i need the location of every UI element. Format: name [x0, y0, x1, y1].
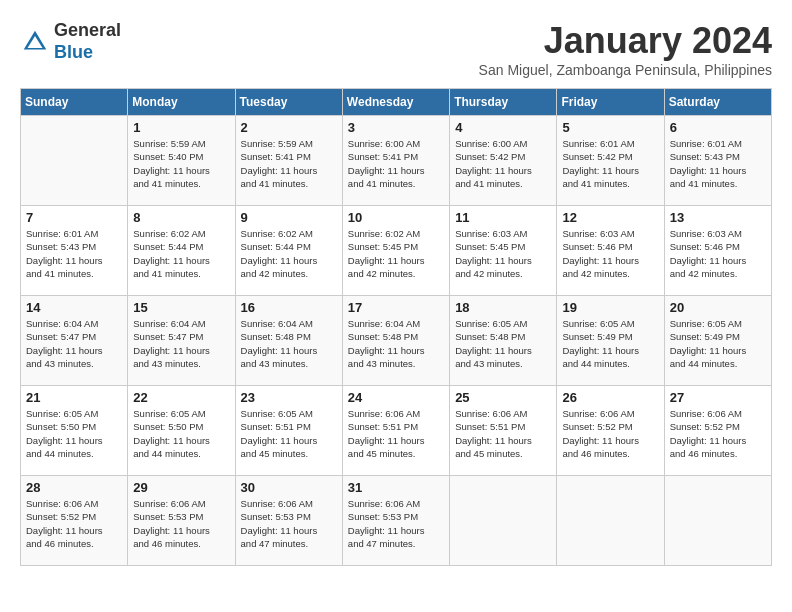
calendar-cell: 9Sunrise: 6:02 AM Sunset: 5:44 PM Daylig… [235, 206, 342, 296]
calendar-cell: 6Sunrise: 6:01 AM Sunset: 5:43 PM Daylig… [664, 116, 771, 206]
day-number: 9 [241, 210, 337, 225]
calendar-cell: 22Sunrise: 6:05 AM Sunset: 5:50 PM Dayli… [128, 386, 235, 476]
week-row-2: 7Sunrise: 6:01 AM Sunset: 5:43 PM Daylig… [21, 206, 772, 296]
day-info: Sunrise: 6:06 AM Sunset: 5:51 PM Dayligh… [348, 407, 444, 460]
day-info: Sunrise: 5:59 AM Sunset: 5:41 PM Dayligh… [241, 137, 337, 190]
calendar-table: SundayMondayTuesdayWednesdayThursdayFrid… [20, 88, 772, 566]
day-number: 3 [348, 120, 444, 135]
day-info: Sunrise: 6:02 AM Sunset: 5:45 PM Dayligh… [348, 227, 444, 280]
day-info: Sunrise: 6:05 AM Sunset: 5:49 PM Dayligh… [670, 317, 766, 370]
logo-general-text: General [54, 20, 121, 42]
day-number: 30 [241, 480, 337, 495]
calendar-cell: 16Sunrise: 6:04 AM Sunset: 5:48 PM Dayli… [235, 296, 342, 386]
calendar-cell: 29Sunrise: 6:06 AM Sunset: 5:53 PM Dayli… [128, 476, 235, 566]
day-info: Sunrise: 6:05 AM Sunset: 5:51 PM Dayligh… [241, 407, 337, 460]
calendar-cell: 5Sunrise: 6:01 AM Sunset: 5:42 PM Daylig… [557, 116, 664, 206]
day-number: 10 [348, 210, 444, 225]
calendar-cell [557, 476, 664, 566]
logo-text: General Blue [54, 20, 121, 63]
day-number: 1 [133, 120, 229, 135]
col-header-monday: Monday [128, 89, 235, 116]
day-number: 26 [562, 390, 658, 405]
day-number: 5 [562, 120, 658, 135]
calendar-cell: 28Sunrise: 6:06 AM Sunset: 5:52 PM Dayli… [21, 476, 128, 566]
day-number: 8 [133, 210, 229, 225]
day-info: Sunrise: 6:05 AM Sunset: 5:50 PM Dayligh… [133, 407, 229, 460]
day-number: 18 [455, 300, 551, 315]
day-info: Sunrise: 6:05 AM Sunset: 5:48 PM Dayligh… [455, 317, 551, 370]
day-info: Sunrise: 6:05 AM Sunset: 5:49 PM Dayligh… [562, 317, 658, 370]
day-info: Sunrise: 6:06 AM Sunset: 5:53 PM Dayligh… [133, 497, 229, 550]
day-info: Sunrise: 6:03 AM Sunset: 5:46 PM Dayligh… [562, 227, 658, 280]
day-number: 22 [133, 390, 229, 405]
calendar-cell: 19Sunrise: 6:05 AM Sunset: 5:49 PM Dayli… [557, 296, 664, 386]
calendar-cell: 20Sunrise: 6:05 AM Sunset: 5:49 PM Dayli… [664, 296, 771, 386]
calendar-cell: 23Sunrise: 6:05 AM Sunset: 5:51 PM Dayli… [235, 386, 342, 476]
day-number: 14 [26, 300, 122, 315]
calendar-cell: 4Sunrise: 6:00 AM Sunset: 5:42 PM Daylig… [450, 116, 557, 206]
calendar-cell: 11Sunrise: 6:03 AM Sunset: 5:45 PM Dayli… [450, 206, 557, 296]
day-info: Sunrise: 6:04 AM Sunset: 5:47 PM Dayligh… [26, 317, 122, 370]
day-info: Sunrise: 6:04 AM Sunset: 5:48 PM Dayligh… [241, 317, 337, 370]
day-info: Sunrise: 6:06 AM Sunset: 5:52 PM Dayligh… [26, 497, 122, 550]
day-number: 15 [133, 300, 229, 315]
day-info: Sunrise: 6:04 AM Sunset: 5:47 PM Dayligh… [133, 317, 229, 370]
calendar-cell: 25Sunrise: 6:06 AM Sunset: 5:51 PM Dayli… [450, 386, 557, 476]
calendar-cell: 8Sunrise: 6:02 AM Sunset: 5:44 PM Daylig… [128, 206, 235, 296]
day-number: 29 [133, 480, 229, 495]
col-header-sunday: Sunday [21, 89, 128, 116]
calendar-cell [21, 116, 128, 206]
calendar-cell: 15Sunrise: 6:04 AM Sunset: 5:47 PM Dayli… [128, 296, 235, 386]
calendar-cell [450, 476, 557, 566]
week-row-1: 1Sunrise: 5:59 AM Sunset: 5:40 PM Daylig… [21, 116, 772, 206]
day-info: Sunrise: 6:06 AM Sunset: 5:53 PM Dayligh… [241, 497, 337, 550]
week-row-5: 28Sunrise: 6:06 AM Sunset: 5:52 PM Dayli… [21, 476, 772, 566]
day-number: 13 [670, 210, 766, 225]
day-info: Sunrise: 6:00 AM Sunset: 5:41 PM Dayligh… [348, 137, 444, 190]
day-info: Sunrise: 6:05 AM Sunset: 5:50 PM Dayligh… [26, 407, 122, 460]
day-number: 25 [455, 390, 551, 405]
logo-icon [20, 27, 50, 57]
day-number: 19 [562, 300, 658, 315]
logo: General Blue [20, 20, 121, 63]
day-number: 21 [26, 390, 122, 405]
day-info: Sunrise: 6:06 AM Sunset: 5:52 PM Dayligh… [562, 407, 658, 460]
day-number: 28 [26, 480, 122, 495]
calendar-cell: 13Sunrise: 6:03 AM Sunset: 5:46 PM Dayli… [664, 206, 771, 296]
col-header-wednesday: Wednesday [342, 89, 449, 116]
day-number: 6 [670, 120, 766, 135]
day-number: 17 [348, 300, 444, 315]
calendar-cell: 3Sunrise: 6:00 AM Sunset: 5:41 PM Daylig… [342, 116, 449, 206]
day-number: 4 [455, 120, 551, 135]
header-row: SundayMondayTuesdayWednesdayThursdayFrid… [21, 89, 772, 116]
day-info: Sunrise: 6:01 AM Sunset: 5:42 PM Dayligh… [562, 137, 658, 190]
week-row-3: 14Sunrise: 6:04 AM Sunset: 5:47 PM Dayli… [21, 296, 772, 386]
day-number: 2 [241, 120, 337, 135]
title-area: January 2024 San Miguel, Zamboanga Penin… [479, 20, 772, 78]
day-number: 31 [348, 480, 444, 495]
month-title: January 2024 [479, 20, 772, 62]
day-number: 7 [26, 210, 122, 225]
day-number: 23 [241, 390, 337, 405]
calendar-cell: 2Sunrise: 5:59 AM Sunset: 5:41 PM Daylig… [235, 116, 342, 206]
calendar-cell: 12Sunrise: 6:03 AM Sunset: 5:46 PM Dayli… [557, 206, 664, 296]
location-title: San Miguel, Zamboanga Peninsula, Philipp… [479, 62, 772, 78]
logo-blue-text: Blue [54, 42, 121, 64]
col-header-saturday: Saturday [664, 89, 771, 116]
col-header-tuesday: Tuesday [235, 89, 342, 116]
day-number: 20 [670, 300, 766, 315]
day-info: Sunrise: 6:06 AM Sunset: 5:53 PM Dayligh… [348, 497, 444, 550]
day-info: Sunrise: 6:00 AM Sunset: 5:42 PM Dayligh… [455, 137, 551, 190]
calendar-body: 1Sunrise: 5:59 AM Sunset: 5:40 PM Daylig… [21, 116, 772, 566]
calendar-cell: 27Sunrise: 6:06 AM Sunset: 5:52 PM Dayli… [664, 386, 771, 476]
col-header-thursday: Thursday [450, 89, 557, 116]
day-number: 12 [562, 210, 658, 225]
calendar-cell [664, 476, 771, 566]
calendar-cell: 21Sunrise: 6:05 AM Sunset: 5:50 PM Dayli… [21, 386, 128, 476]
calendar-cell: 31Sunrise: 6:06 AM Sunset: 5:53 PM Dayli… [342, 476, 449, 566]
day-info: Sunrise: 5:59 AM Sunset: 5:40 PM Dayligh… [133, 137, 229, 190]
calendar-cell: 17Sunrise: 6:04 AM Sunset: 5:48 PM Dayli… [342, 296, 449, 386]
calendar-cell: 24Sunrise: 6:06 AM Sunset: 5:51 PM Dayli… [342, 386, 449, 476]
day-info: Sunrise: 6:06 AM Sunset: 5:51 PM Dayligh… [455, 407, 551, 460]
day-info: Sunrise: 6:02 AM Sunset: 5:44 PM Dayligh… [241, 227, 337, 280]
